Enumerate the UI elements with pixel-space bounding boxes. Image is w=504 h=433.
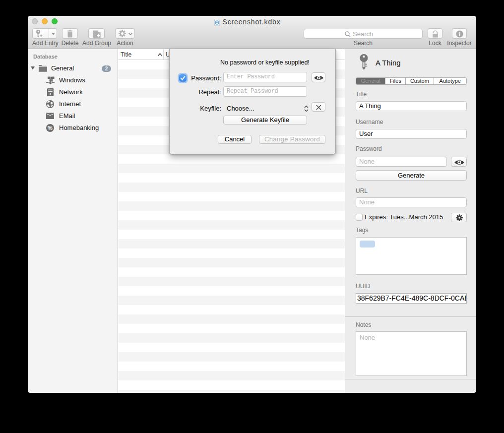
svg-text:%: % — [48, 125, 53, 131]
